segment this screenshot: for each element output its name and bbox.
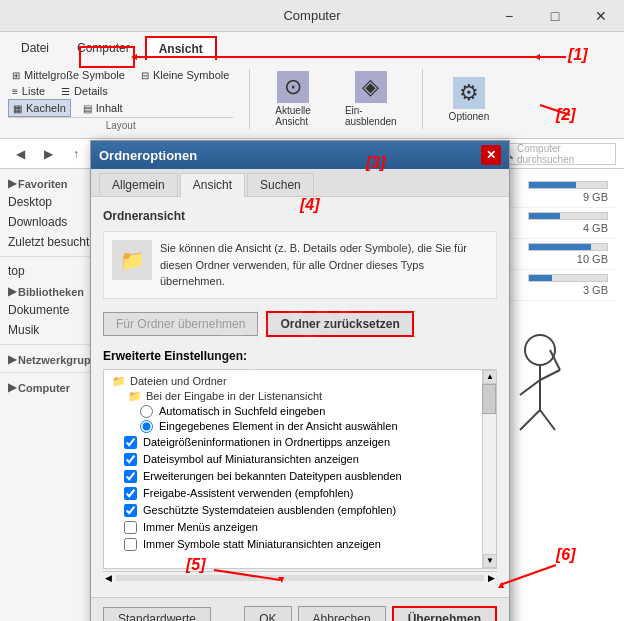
ribbon-liste[interactable]: ≡ Liste (8, 83, 49, 99)
abbrechen-button[interactable]: Abbrechen (298, 606, 386, 622)
ribbon-optionen[interactable]: ⚙ Optionen (439, 71, 500, 128)
tab-datei[interactable]: Datei (8, 36, 62, 60)
drive-j-bar (528, 274, 608, 282)
ribbon-mittlere-symbole[interactable]: ⊞ Mittelgroße Symbole (8, 67, 129, 83)
ribbon-aktuelle-ansicht[interactable]: ⊙ AktuelleAnsicht (266, 66, 320, 132)
nav-up-btn[interactable]: ↑ (64, 142, 88, 166)
checkbox-symbole-label: Immer Symbole statt Miniaturansichten an… (143, 538, 381, 550)
uebernehmen-button[interactable]: Übernehmen (392, 606, 497, 622)
tree-root: 📁 Dateien und Ordner (108, 374, 492, 389)
ribbon-details[interactable]: ☰ Details (57, 83, 112, 99)
ribbon-einausblenden[interactable]: ◈ Ein-ausblenden (336, 66, 406, 132)
checkbox-menues-label: Immer Menüs anzeigen (143, 521, 258, 533)
standardwerte-button[interactable]: Standardwerte (103, 607, 211, 622)
scroll-horiz-right[interactable]: ▶ (486, 573, 497, 583)
search-box[interactable]: 🔍 Computer durchsuchen (496, 143, 616, 165)
checkbox-erweiterungen-input[interactable] (124, 470, 137, 483)
computer-label: Computer (18, 382, 70, 394)
checkbox-dateigroesse-label: Dateigrößeninformationen in Ordnertipps … (143, 436, 390, 448)
fuer-ordner-uebernehmen-button[interactable]: Für Ordner übernehmen (103, 312, 258, 336)
scroll-down-arrow[interactable]: ▼ (483, 554, 497, 568)
ribbon-layout-group: ⊞ Mittelgroße Symbole ⊟ Kleine Symbole ≡… (8, 67, 233, 131)
tab-ansicht[interactable]: Ansicht (180, 173, 245, 197)
checkbox-geschuetzt-input[interactable] (124, 504, 137, 517)
nav-forward-btn[interactable]: ▶ (36, 142, 60, 166)
nav-back-btn[interactable]: ◀ (8, 142, 32, 166)
checkbox-freigabe-label: Freigabe-Assistent verwenden (empfohlen) (143, 487, 353, 499)
scroll-thumb[interactable] (482, 384, 496, 414)
ordneransicht-title: Ordneransicht (103, 209, 497, 223)
small-grid-icon: ⊟ (141, 70, 149, 81)
checkbox-geschuetzt-label: Geschützte Systemdateien ausblenden (emp… (143, 504, 396, 516)
ribbon-divider1 (249, 69, 250, 129)
tab-suchen[interactable]: Suchen (247, 173, 314, 196)
ribbon-layout-row2: ≡ Liste ☰ Details (8, 83, 233, 99)
checkbox-menues[interactable]: Immer Menüs anzeigen (124, 519, 492, 536)
erweiterte-title: Erweiterte Einstellungen: (103, 349, 497, 363)
ok-button[interactable]: OK (244, 606, 291, 622)
erweiterte-tree-inner: 📁 Dateien und Ordner 📁 Bei der Eingabe i… (104, 370, 496, 557)
checkbox-dateisymbol[interactable]: Dateisymbol auf Miniaturansichten anzeig… (124, 451, 492, 468)
ribbon-layout-row3: ▦ Kacheln ▤ Inhalt (8, 99, 233, 117)
tab-computer[interactable]: Computer (64, 36, 143, 60)
radio-automatisch[interactable]: Automatisch in Suchfeld eingeben (140, 404, 492, 419)
scroll-up-arrow[interactable]: ▲ (483, 370, 497, 384)
ribbon-layout-row1: ⊞ Mittelgroße Symbole ⊟ Kleine Symbole (8, 67, 233, 83)
drive-d-fill (529, 213, 560, 219)
ordner-zuruecksetzen-button[interactable]: Ordner zurücksetzen (266, 311, 413, 337)
drive-e-fill (529, 244, 591, 250)
tiles-icon: ▦ (13, 103, 22, 114)
checkbox-freigabe[interactable]: Freigabe-Assistent verwenden (empfohlen) (124, 485, 492, 502)
checkbox-dateisymbol-input[interactable] (124, 453, 137, 466)
radio-element-input[interactable] (140, 420, 153, 433)
scroll-horiz-left[interactable]: ◀ (103, 573, 114, 583)
content-icon: ▤ (83, 103, 92, 114)
dialog-titlebar: Ordneroptionen ✕ (91, 141, 509, 169)
checkbox-symbole-input[interactable] (124, 538, 137, 551)
dialog-body: Ordneransicht 📁 Sie können die Ansicht (… (91, 197, 509, 597)
checkbox-symbole[interactable]: Immer Symbole statt Miniaturansichten an… (124, 536, 492, 553)
drive-j-info: 3 GB (548, 284, 608, 296)
checkbox-dateigroesse-input[interactable] (124, 436, 137, 449)
ribbon-tabs: Datei Computer Ansicht (8, 36, 616, 60)
title-bar: Computer − □ ✕ (0, 0, 624, 32)
ribbon-kleine-symbole[interactable]: ⊟ Kleine Symbole (137, 67, 233, 83)
drive-c-fill (529, 182, 576, 188)
ordneransicht-buttons: Für Ordner übernehmen Ordner zurücksetze… (103, 311, 497, 337)
checkbox-dateigroesse[interactable]: Dateigrößeninformationen in Ordnertipps … (124, 434, 492, 451)
checkbox-erweiterungen[interactable]: Erweiterungen bei bekannten Dateitypen a… (124, 468, 492, 485)
ordneransicht-info-text: Sie können die Ansicht (z. B. Details od… (160, 240, 488, 290)
radio-element[interactable]: Eingegebenes Element in der Ansicht ausw… (140, 419, 492, 434)
checkbox-freigabe-input[interactable] (124, 487, 137, 500)
ribbon-kacheln[interactable]: ▦ Kacheln (8, 99, 71, 117)
ordneransicht-info-box: 📁 Sie können die Ansicht (z. B. Details … (103, 231, 497, 299)
ribbon-divider2 (422, 69, 423, 129)
dialog-footer: Standardwerte OK Abbrechen Übernehmen (91, 597, 509, 622)
checkbox-dateisymbol-label: Dateisymbol auf Miniaturansichten anzeig… (143, 453, 359, 465)
tab-allgemein[interactable]: Allgemein (99, 173, 178, 196)
checkbox-menues-input[interactable] (124, 521, 137, 534)
folder-icon: 📁 (112, 240, 152, 280)
minimize-button[interactable]: − (486, 0, 532, 32)
erweiterte-tree-scroll[interactable]: 📁 Dateien und Ordner 📁 Bei der Eingabe i… (103, 369, 497, 569)
tree-children: 📁 Bei der Eingabe in der Listenansicht A… (124, 389, 492, 553)
scroll-horiz[interactable]: ◀ ▶ (103, 571, 497, 585)
grid-icon: ⊞ (12, 70, 20, 81)
ribbon-inhalt[interactable]: ▤ Inhalt (79, 99, 127, 117)
folder-icon-eingabe: 📁 (128, 390, 142, 403)
drive-e-info: 10 GB (548, 253, 608, 265)
checkbox-erweiterungen-label: Erweiterungen bei bekannten Dateitypen a… (143, 470, 402, 482)
tab-ansicht[interactable]: Ansicht (145, 36, 217, 60)
dialog-close-button[interactable]: ✕ (481, 145, 501, 165)
scroll-bar-vertical[interactable]: ▲ ▼ (482, 370, 496, 568)
dialog-title: Ordneroptionen (99, 148, 197, 163)
drive-d-bar (528, 212, 608, 220)
drive-c-bar (528, 181, 608, 189)
tree-radio-group: Automatisch in Suchfeld eingeben Eingege… (140, 404, 492, 434)
close-button[interactable]: ✕ (578, 0, 624, 32)
radio-automatisch-input[interactable] (140, 405, 153, 418)
folder-icon-root: 📁 (112, 375, 126, 388)
checkbox-geschuetzt[interactable]: Geschützte Systemdateien ausblenden (emp… (124, 502, 492, 519)
maximize-button[interactable]: □ (532, 0, 578, 32)
ribbon: Datei Computer Ansicht ⊞ Mittelgroße Sym… (0, 32, 624, 139)
